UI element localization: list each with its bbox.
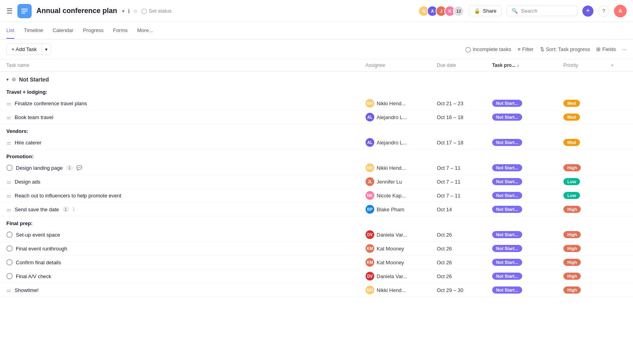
star-icon[interactable]: ☆ [133, 8, 138, 14]
circle-icon: ◯ [465, 46, 471, 52]
priority-badge[interactable]: Low [563, 192, 580, 199]
task-check-icon[interactable] [6, 231, 13, 238]
tab-list[interactable]: List [6, 23, 14, 39]
status-cell: Not Start... [492, 139, 563, 146]
table-row[interactable]: ⚌ Hire caterer AL Alejandro L... Oct 17 … [0, 136, 633, 150]
add-task-button[interactable]: + Add Task ▾ [6, 44, 51, 55]
table-row[interactable]: Final A/V check DV Daniela Var... Oct 26… [0, 269, 633, 283]
task-check-icon[interactable] [6, 165, 13, 171]
due-date-cell: Oct 17 – 18 [437, 140, 492, 146]
tab-progress[interactable]: Progress [83, 23, 104, 39]
assignee-name: Alejandro L... [377, 114, 407, 120]
task-name-cell: ⚌ Book team travel [6, 114, 366, 120]
group-promotion: Promotion: [0, 150, 633, 161]
status-badge[interactable]: Not Start... [492, 245, 522, 252]
due-date-cell: Oct 29 – 30 [437, 287, 492, 293]
app-icon [17, 4, 32, 18]
priority-badge[interactable]: High [563, 273, 581, 280]
add-task-dropdown[interactable]: ▾ [42, 44, 51, 55]
top-nav: ☰ Annual conference plan ▾ ℹ ☆ ◯ Set sta… [0, 0, 633, 22]
status-badge[interactable]: Not Start... [492, 286, 522, 294]
table-row[interactable]: ⚌ Book team travel AL Alejandro L... Oct… [0, 110, 633, 124]
priority-badge[interactable]: Med [563, 139, 580, 146]
set-status-btn[interactable]: ◯ Set status [141, 8, 172, 14]
filter-button[interactable]: ≡ Filter [517, 46, 533, 52]
priority-badge[interactable]: High [563, 286, 581, 294]
status-cell: Not Start... [492, 259, 563, 266]
incomplete-tasks-button[interactable]: ◯ Incomplete tasks [465, 46, 512, 52]
task-name-text: Showtime! [15, 287, 39, 293]
priority-badge[interactable]: Med [563, 100, 580, 107]
table-row[interactable]: Confirm final details KM Kat Mooney Oct … [0, 256, 633, 269]
task-check-icon[interactable] [6, 245, 13, 252]
table-row[interactable]: ⚌ Design ads JL Jennifer Lu Oct 7 – 11 N… [0, 175, 633, 189]
global-add-button[interactable]: + [582, 6, 593, 17]
project-title: Annual conference plan [36, 7, 117, 15]
task-name-text: Confirm final details [16, 260, 61, 265]
priority-badge[interactable]: Low [563, 178, 580, 185]
not-started-section-header: ▾ Not Started [0, 72, 633, 85]
tab-calendar[interactable]: Calendar [53, 23, 74, 39]
info-icon[interactable]: ℹ [128, 8, 130, 14]
priority-cell: Med [563, 139, 611, 146]
assignee-cell: KM Kat Mooney [366, 258, 437, 267]
status-badge[interactable]: Not Start... [492, 273, 522, 280]
due-date-cell: Oct 26 [437, 260, 492, 265]
chevron-down-icon[interactable]: ▾ [122, 8, 125, 14]
priority-badge[interactable]: High [563, 206, 581, 213]
status-badge[interactable]: Not Start... [492, 114, 522, 121]
assignee-cell: KM Kat Mooney [366, 244, 437, 253]
tab-timeline[interactable]: Timeline [24, 23, 43, 39]
status-cell: Not Start... [492, 245, 563, 252]
due-date-cell: Oct 26 [437, 232, 492, 238]
table-row[interactable]: ⚌ Finalize conference travel plans NH Ni… [0, 97, 633, 110]
priority-badge[interactable]: High [563, 164, 581, 171]
priority-badge[interactable]: High [563, 245, 581, 252]
due-date-cell: Oct 7 – 11 [437, 179, 492, 185]
task-check-icon[interactable] [6, 259, 13, 265]
assignee-avatar: NH [366, 163, 374, 172]
status-badge[interactable]: Not Start... [492, 206, 522, 213]
fields-button[interactable]: ⊞ Fields [596, 46, 616, 52]
priority-badge[interactable]: High [563, 231, 581, 238]
task-name-cell: ⚌ Design ads [6, 178, 366, 185]
section-collapse-icon[interactable]: ▾ [6, 77, 9, 82]
more-options-button[interactable]: ··· [622, 46, 627, 52]
task-check-icon[interactable] [6, 273, 13, 279]
status-cell: Not Start... [492, 192, 563, 199]
table-row[interactable]: ⚌ Showtime! NH Nikki Hend... Oct 29 – 30… [0, 283, 633, 297]
tab-more[interactable]: More... [137, 23, 153, 39]
add-task-main[interactable]: + Add Task [7, 44, 42, 55]
task-name-text: Design landing page [16, 165, 63, 171]
task-name-text: Send save the date [15, 207, 59, 212]
table-row[interactable]: Set-up event space DV Daniela Var... Oct… [0, 228, 633, 242]
status-badge[interactable]: Not Start... [492, 100, 522, 107]
priority-badge[interactable]: High [563, 259, 581, 266]
table-row[interactable]: Final event runthrough KM Kat Mooney Oct… [0, 242, 633, 256]
due-date-cell: Oct 26 [437, 273, 492, 279]
status-badge[interactable]: Not Start... [492, 178, 522, 185]
help-button[interactable]: ? [598, 6, 609, 17]
filter-icon: ≡ [517, 46, 521, 52]
hamburger-icon[interactable]: ☰ [6, 7, 13, 15]
priority-badge[interactable]: Med [563, 114, 580, 121]
col-add[interactable]: + [611, 63, 627, 68]
status-badge[interactable]: Not Start... [492, 164, 522, 171]
search-box[interactable]: 🔍 Search [506, 6, 578, 16]
table-row[interactable]: ⚌ Reach out to influencers to help promo… [0, 189, 633, 203]
table-row[interactable]: ⚌ Send save the date 1 ⤵ BP Blake Pham O… [0, 203, 633, 216]
not-started-label: Not Started [19, 76, 49, 83]
share-button[interactable]: 🔒 Share [469, 6, 502, 16]
status-badge[interactable]: Not Start... [492, 231, 522, 238]
status-badge[interactable]: Not Start... [492, 259, 522, 266]
sort-button[interactable]: ⇅ Sort: Task progress [540, 46, 590, 52]
task-type-icon: ⚌ [6, 206, 11, 212]
user-avatar[interactable]: A [614, 5, 627, 17]
col-task-progress[interactable]: Task pro... ↓ [492, 63, 563, 68]
tab-forms[interactable]: Forms [113, 23, 128, 39]
priority-cell: High [563, 245, 611, 252]
table-row[interactable]: Design landing page 1 💬 NH Nikki Hend...… [0, 161, 633, 175]
assignee-cell: AL Alejandro L... [366, 138, 437, 147]
status-badge[interactable]: Not Start... [492, 139, 522, 146]
status-badge[interactable]: Not Start... [492, 192, 522, 199]
